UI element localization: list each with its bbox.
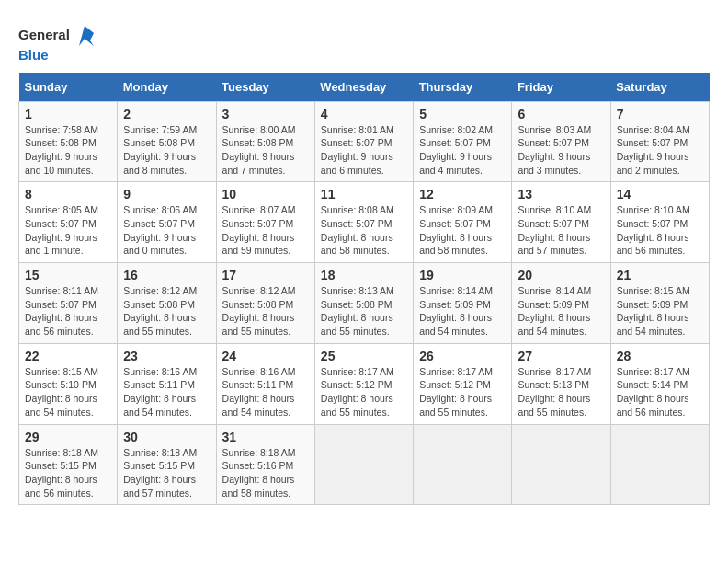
calendar-cell: 24 Sunrise: 8:16 AM Sunset: 5:11 PM Dayl… [216, 343, 314, 424]
day-number: 30 [123, 430, 210, 444]
day-detail: Sunrise: 8:16 AM Sunset: 5:11 PM Dayligh… [222, 365, 309, 419]
week-row-4: 22 Sunrise: 8:15 AM Sunset: 5:10 PM Dayl… [19, 343, 710, 424]
calendar-cell: 30 Sunrise: 8:18 AM Sunset: 5:15 PM Dayl… [118, 424, 216, 505]
day-detail: Sunrise: 8:09 AM Sunset: 5:07 PM Dayligh… [419, 203, 506, 258]
calendar-cell: 8 Sunrise: 8:05 AM Sunset: 5:07 PM Dayli… [19, 182, 118, 263]
logo: General Blue [18, 18, 97, 63]
calendar-cell [512, 424, 610, 505]
calendar-cell: 31 Sunrise: 8:18 AM Sunset: 5:16 PM Dayl… [216, 424, 314, 505]
day-detail: Sunrise: 8:14 AM Sunset: 5:09 PM Dayligh… [518, 284, 604, 339]
day-detail: Sunrise: 8:02 AM Sunset: 5:07 PM Dayligh… [419, 123, 506, 178]
day-detail: Sunrise: 8:00 AM Sunset: 5:08 PM Dayligh… [222, 123, 309, 178]
svg-marker-0 [79, 26, 94, 46]
calendar-cell: 26 Sunrise: 8:17 AM Sunset: 5:12 PM Dayl… [414, 343, 512, 424]
day-detail: Sunrise: 7:58 AM Sunset: 5:08 PM Dayligh… [25, 123, 111, 178]
day-detail: Sunrise: 8:17 AM Sunset: 5:12 PM Dayligh… [419, 365, 506, 419]
calendar-cell: 12 Sunrise: 8:09 AM Sunset: 5:07 PM Dayl… [414, 182, 512, 263]
day-detail: Sunrise: 8:12 AM Sunset: 5:08 PM Dayligh… [123, 284, 210, 339]
logo-bird-icon [72, 22, 97, 48]
calendar-cell: 5 Sunrise: 8:02 AM Sunset: 5:07 PM Dayli… [414, 101, 512, 182]
day-number: 10 [222, 187, 309, 201]
day-number: 4 [321, 107, 407, 121]
day-number: 16 [123, 268, 210, 282]
day-number: 8 [25, 187, 111, 201]
calendar-cell: 7 Sunrise: 8:04 AM Sunset: 5:07 PM Dayli… [610, 101, 709, 182]
day-number: 26 [419, 349, 506, 363]
day-detail: Sunrise: 8:18 AM Sunset: 5:15 PM Dayligh… [25, 446, 111, 500]
calendar-cell: 17 Sunrise: 8:12 AM Sunset: 5:08 PM Dayl… [216, 263, 314, 344]
day-number: 25 [321, 349, 407, 363]
calendar-cell: 25 Sunrise: 8:17 AM Sunset: 5:12 PM Dayl… [314, 343, 413, 424]
day-number: 18 [321, 268, 407, 282]
day-detail: Sunrise: 8:08 AM Sunset: 5:07 PM Dayligh… [321, 203, 407, 258]
calendar-cell: 3 Sunrise: 8:00 AM Sunset: 5:08 PM Dayli… [216, 101, 314, 182]
calendar-cell: 10 Sunrise: 8:07 AM Sunset: 5:07 PM Dayl… [216, 182, 314, 263]
calendar-cell [610, 424, 709, 505]
day-number: 13 [518, 187, 604, 201]
calendar-cell: 18 Sunrise: 8:13 AM Sunset: 5:08 PM Dayl… [314, 263, 413, 344]
day-number: 28 [617, 349, 703, 363]
day-detail: Sunrise: 8:16 AM Sunset: 5:11 PM Dayligh… [123, 365, 210, 419]
day-number: 27 [518, 349, 604, 363]
header-sunday: Sunday [19, 73, 118, 102]
calendar-cell: 13 Sunrise: 8:10 AM Sunset: 5:07 PM Dayl… [512, 182, 610, 263]
header-saturday: Saturday [610, 73, 709, 102]
header-wednesday: Wednesday [314, 73, 413, 102]
header-tuesday: Tuesday [216, 73, 314, 102]
day-number: 31 [222, 430, 309, 444]
day-detail: Sunrise: 8:01 AM Sunset: 5:07 PM Dayligh… [321, 123, 407, 178]
week-row-5: 29 Sunrise: 8:18 AM Sunset: 5:15 PM Dayl… [19, 424, 710, 505]
day-detail: Sunrise: 8:07 AM Sunset: 5:07 PM Dayligh… [222, 203, 309, 258]
day-detail: Sunrise: 8:11 AM Sunset: 5:07 PM Dayligh… [25, 284, 111, 339]
header-friday: Friday [512, 73, 610, 102]
day-detail: Sunrise: 8:17 AM Sunset: 5:12 PM Dayligh… [321, 365, 407, 419]
day-detail: Sunrise: 8:04 AM Sunset: 5:07 PM Dayligh… [617, 123, 703, 178]
calendar-cell: 6 Sunrise: 8:03 AM Sunset: 5:07 PM Dayli… [512, 101, 610, 182]
calendar-cell: 23 Sunrise: 8:16 AM Sunset: 5:11 PM Dayl… [118, 343, 216, 424]
logo-blue: Blue [18, 48, 97, 63]
calendar-cell: 28 Sunrise: 8:17 AM Sunset: 5:14 PM Dayl… [610, 343, 709, 424]
calendar-cell: 11 Sunrise: 8:08 AM Sunset: 5:07 PM Dayl… [314, 182, 413, 263]
logo-general: General [18, 28, 70, 43]
day-number: 2 [123, 107, 210, 121]
calendar-table: SundayMondayTuesdayWednesdayThursdayFrid… [18, 73, 710, 506]
day-detail: Sunrise: 8:10 AM Sunset: 5:07 PM Dayligh… [518, 203, 604, 258]
calendar-cell: 19 Sunrise: 8:14 AM Sunset: 5:09 PM Dayl… [414, 263, 512, 344]
day-detail: Sunrise: 8:12 AM Sunset: 5:08 PM Dayligh… [222, 284, 309, 339]
day-detail: Sunrise: 8:17 AM Sunset: 5:14 PM Dayligh… [617, 365, 703, 419]
day-number: 7 [617, 107, 703, 121]
day-detail: Sunrise: 8:15 AM Sunset: 5:09 PM Dayligh… [617, 284, 703, 339]
page-header: General Blue [18, 18, 710, 63]
day-detail: Sunrise: 8:06 AM Sunset: 5:07 PM Dayligh… [123, 203, 210, 258]
calendar-cell [314, 424, 413, 505]
calendar-cell: 22 Sunrise: 8:15 AM Sunset: 5:10 PM Dayl… [19, 343, 118, 424]
day-number: 29 [25, 430, 111, 444]
day-number: 14 [617, 187, 703, 201]
day-detail: Sunrise: 8:17 AM Sunset: 5:13 PM Dayligh… [518, 365, 604, 419]
calendar-cell: 4 Sunrise: 8:01 AM Sunset: 5:07 PM Dayli… [314, 101, 413, 182]
calendar-cell: 15 Sunrise: 8:11 AM Sunset: 5:07 PM Dayl… [19, 263, 118, 344]
calendar-cell: 29 Sunrise: 8:18 AM Sunset: 5:15 PM Dayl… [19, 424, 118, 505]
day-number: 11 [321, 187, 407, 201]
day-number: 17 [222, 268, 309, 282]
day-number: 5 [419, 107, 506, 121]
calendar-cell: 16 Sunrise: 8:12 AM Sunset: 5:08 PM Dayl… [118, 263, 216, 344]
day-number: 3 [222, 107, 309, 121]
week-row-1: 1 Sunrise: 7:58 AM Sunset: 5:08 PM Dayli… [19, 101, 710, 182]
calendar-cell: 14 Sunrise: 8:10 AM Sunset: 5:07 PM Dayl… [610, 182, 709, 263]
calendar-cell [414, 424, 512, 505]
day-number: 22 [25, 349, 111, 363]
calendar-cell: 21 Sunrise: 8:15 AM Sunset: 5:09 PM Dayl… [610, 263, 709, 344]
day-number: 23 [123, 349, 210, 363]
calendar-cell: 2 Sunrise: 7:59 AM Sunset: 5:08 PM Dayli… [118, 101, 216, 182]
day-number: 21 [617, 268, 703, 282]
header-monday: Monday [118, 73, 216, 102]
day-detail: Sunrise: 7:59 AM Sunset: 5:08 PM Dayligh… [123, 123, 210, 178]
day-detail: Sunrise: 8:14 AM Sunset: 5:09 PM Dayligh… [419, 284, 506, 339]
day-detail: Sunrise: 8:10 AM Sunset: 5:07 PM Dayligh… [617, 203, 703, 258]
week-row-3: 15 Sunrise: 8:11 AM Sunset: 5:07 PM Dayl… [19, 263, 710, 344]
calendar-cell: 1 Sunrise: 7:58 AM Sunset: 5:08 PM Dayli… [19, 101, 118, 182]
day-detail: Sunrise: 8:15 AM Sunset: 5:10 PM Dayligh… [25, 365, 111, 419]
day-number: 19 [419, 268, 506, 282]
week-row-2: 8 Sunrise: 8:05 AM Sunset: 5:07 PM Dayli… [19, 182, 710, 263]
